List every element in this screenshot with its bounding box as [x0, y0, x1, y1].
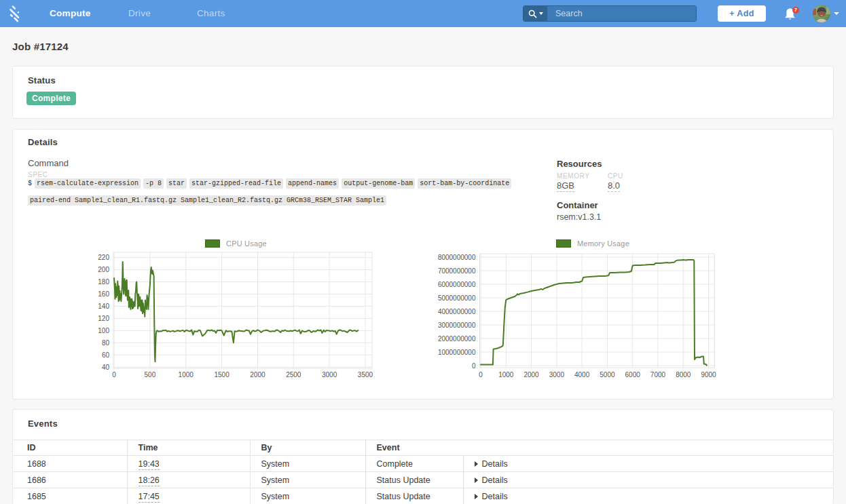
event-id: 1688 [13, 456, 127, 472]
x-tick-label: 8000 [676, 371, 691, 379]
event-details-toggle[interactable]: Details [463, 472, 833, 488]
x-tick-label: 7000 [650, 371, 666, 379]
y-tick-label: 1000000000 [438, 349, 476, 356]
events-col-by: By [250, 440, 365, 456]
avatar[interactable] [813, 5, 830, 22]
search-input[interactable] [547, 6, 696, 21]
event-details-toggle[interactable]: Details [463, 456, 833, 472]
container-value: rsem:v1.3.1 [557, 212, 601, 222]
expand-triangle-icon [475, 461, 478, 467]
search-scope-button[interactable] [523, 6, 547, 21]
search-box [523, 5, 697, 22]
resources-title: Resources [557, 159, 659, 169]
status-card-title: Status [28, 75, 818, 85]
x-tick-label: 1000 [498, 371, 514, 379]
y-tick-label: 2000000000 [438, 335, 476, 343]
expand-triangle-icon [475, 478, 478, 483]
notification-badge: 7 [792, 7, 799, 14]
brand-logo-icon[interactable] [7, 3, 27, 24]
x-tick-label: 1000 [179, 371, 194, 379]
event-time-value[interactable]: 19:43 [139, 459, 160, 470]
x-tick-label: 1500 [214, 371, 229, 379]
y-tick-label: 6000000000 [438, 281, 476, 288]
event-name: Status Update [365, 472, 463, 488]
event-name: Complete [365, 456, 463, 472]
nav-item-charts[interactable]: Charts [197, 0, 225, 27]
events-card-title: Events [13, 410, 833, 429]
event-time-value[interactable]: 18:26 [139, 476, 160, 486]
x-tick-label: 2500 [286, 371, 301, 379]
event-id: 1685 [13, 488, 127, 504]
event-name: Status Update [365, 488, 463, 504]
x-tick-label: 9000 [701, 371, 716, 379]
event-row: 168819:43SystemCompleteDetails [13, 456, 833, 472]
y-tick-label: 3000000000 [438, 322, 476, 329]
y-tick-label: 200 [98, 266, 109, 273]
x-tick-label: 4000 [574, 371, 590, 379]
add-button[interactable]: + Add [718, 5, 766, 22]
x-tick-label: 500 [145, 371, 156, 379]
x-tick-label: 0 [479, 371, 483, 379]
y-tick-label: 5000000000 [438, 294, 476, 302]
nav-item-drive[interactable]: Drive [128, 0, 151, 27]
x-tick-label: 3000 [322, 371, 337, 379]
y-tick-label: 0 [472, 362, 476, 370]
search-icon [528, 9, 537, 18]
command-line-1: $rsem-calculate-expression-p 8starstar-g… [28, 179, 514, 189]
command-arg-chip: -p 8 [143, 178, 164, 189]
event-id: 1686 [13, 472, 127, 488]
event-time-value[interactable]: 17:45 [139, 492, 160, 503]
top-navbar: ComputeDriveCharts + Add 7 [0, 0, 846, 27]
y-tick-label: 4000000000 [438, 308, 476, 315]
events-col-id: ID [13, 440, 127, 456]
series-line [114, 262, 358, 362]
event-row: 168618:26SystemStatus UpdateDetails [13, 472, 833, 488]
notifications-button[interactable]: 7 [784, 7, 803, 22]
command-arg-chip: sort-bam-by-coordinate [418, 178, 511, 189]
nav-item-compute[interactable]: Compute [50, 0, 91, 27]
events-col-time: Time [127, 440, 250, 456]
x-tick-label: 3000 [549, 371, 565, 379]
resources-section: Resources MEMORY8GBCPU8.0 [557, 159, 659, 191]
x-tick-label: 6000 [625, 371, 641, 379]
command-arg-chip: star [166, 178, 187, 189]
event-by: System [250, 456, 365, 472]
user-menu-chevron-icon[interactable] [834, 12, 839, 15]
status-card: Status Complete [12, 66, 834, 119]
event-time: 19:43 [127, 456, 250, 472]
series-line [481, 260, 707, 366]
event-time: 18:26 [127, 472, 250, 488]
x-tick-label: 2000 [523, 371, 539, 379]
command-line-2: paired-end Sample1_clean_R1.fastq.gz Sam… [28, 196, 389, 206]
y-tick-label: 40 [102, 364, 110, 371]
y-tick-label: 100 [98, 327, 109, 334]
command-arg-chip: star-gzipped-read-file [189, 178, 283, 189]
y-tick-label: 8000000000 [438, 254, 476, 261]
resource-field-memory: MEMORY8GB [557, 172, 608, 191]
expand-triangle-icon [475, 494, 478, 499]
page-content: Job #17124 Status Complete Details Comma… [0, 27, 846, 504]
command-arg-chip: rsem-calculate-expression [35, 178, 141, 189]
resource-field-value[interactable]: 8.0 [608, 180, 620, 192]
y-tick-label: 80 [102, 339, 110, 347]
event-by: System [250, 488, 365, 504]
details-card-title: Details [28, 137, 818, 147]
command-label: Command [28, 158, 69, 168]
resource-field-name: MEMORY [557, 172, 608, 180]
y-tick-label: 180 [98, 278, 109, 286]
details-card: Details Command SPEC $rsem-calculate-exp… [12, 129, 834, 400]
container-section: Container rsem:v1.3.1 [557, 200, 601, 222]
page-title: Job #17124 [12, 27, 834, 52]
x-tick-label: 0 [112, 371, 116, 379]
x-tick-label: 3500 [358, 371, 373, 379]
resource-field-value[interactable]: 8GB [557, 180, 574, 192]
events-table: IDTimeByEvent 168819:43SystemCompleteDet… [13, 440, 833, 504]
event-details-label: Details [482, 492, 508, 501]
event-details-toggle[interactable]: Details [463, 488, 833, 504]
y-tick-label: 7000000000 [438, 267, 476, 275]
event-row: 168517:45SystemStatus UpdateDetails [13, 488, 833, 504]
resource-field-cpu: CPU8.0 [608, 172, 659, 191]
status-badge[interactable]: Complete [26, 92, 76, 105]
event-by: System [250, 472, 365, 488]
y-tick-label: 140 [98, 303, 109, 310]
